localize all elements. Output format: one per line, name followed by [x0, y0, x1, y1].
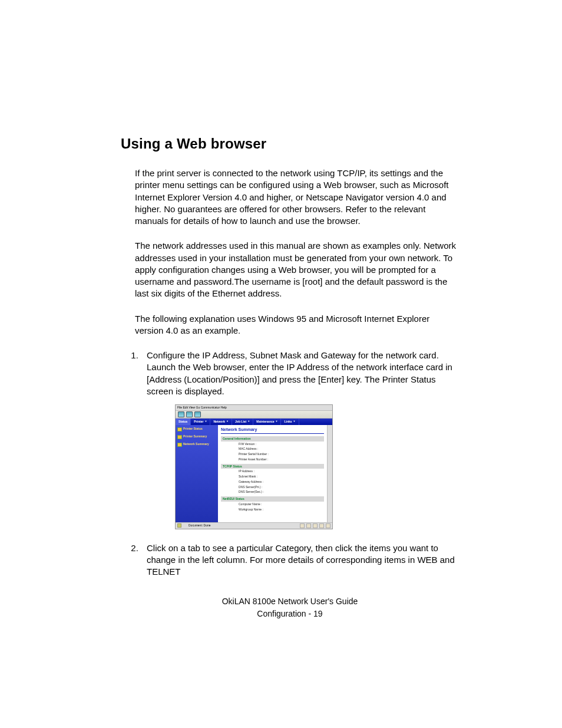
content-pane: Network Summary General Information F/W … — [218, 425, 327, 522]
step-text: Click on a tab to see a particular Categ… — [147, 543, 455, 577]
field-row: IP Address : — [221, 469, 324, 474]
step-text: Configure the IP Address, Subnet Mask an… — [147, 350, 452, 396]
footer-pageref: Configuration - 19 — [121, 608, 459, 620]
tab-maintenance[interactable]: Maintenance▼ — [253, 419, 281, 425]
field-row: Printer Serial Number : — [221, 452, 324, 457]
tab-printer[interactable]: Printer▼ — [191, 419, 210, 425]
section-header: General Information — [221, 436, 324, 442]
folder-icon — [177, 427, 182, 431]
field-row: F/W Version : — [221, 442, 324, 447]
browser-statusbar: Document: Done — [176, 522, 332, 529]
step-item: Click on a tab to see a particular Categ… — [141, 542, 459, 578]
browser-toolbar — [176, 411, 332, 419]
sidebar: Printer Status Printer Summary Network S… — [176, 425, 218, 522]
page-title: Using a Web browser — [121, 136, 459, 152]
embedded-screenshot: File Edit View Go Communicator Help Stat… — [175, 404, 333, 529]
body-paragraph: If the print server is connected to the … — [135, 167, 459, 227]
step-item: Configure the IP Address, Subnet Mask an… — [141, 350, 459, 529]
page-footer: OkiLAN 8100e Network User's Guide Config… — [121, 595, 459, 620]
field-row: Subnet Mask : — [221, 474, 324, 479]
browser-menubar: File Edit View Go Communicator Help — [176, 405, 332, 411]
sidebar-item-network-summary[interactable]: Network Summary — [177, 443, 216, 447]
status-text: Document: Done — [181, 523, 300, 528]
status-icon — [300, 523, 305, 528]
tab-joblist[interactable]: Job List▼ — [232, 419, 253, 425]
toolbar-icon — [194, 411, 201, 417]
field-row: Printer Asset Number : — [221, 457, 324, 462]
tab-status[interactable]: Status — [176, 419, 191, 425]
nav-tabs: Status Printer▼ Network▼ Job List▼ Maint… — [176, 419, 332, 425]
field-row: Gateway Address : — [221, 479, 324, 485]
footer-title: OkiLAN 8100e Network User's Guide — [121, 595, 459, 608]
folder-icon — [177, 435, 182, 439]
scrollbar[interactable] — [327, 425, 332, 522]
lock-icon — [177, 523, 181, 528]
body-paragraph: The network addresses used in this manua… — [135, 240, 459, 299]
status-icon — [313, 523, 318, 528]
tab-links[interactable]: Links▼ — [281, 419, 299, 425]
toolbar-icon — [186, 411, 193, 417]
section-header: TCP/IP Status — [221, 464, 324, 469]
folder-icon — [177, 443, 182, 447]
body-paragraph: The following explanation uses Windows 9… — [135, 313, 459, 337]
sidebar-item-printer-summary[interactable]: Printer Summary — [177, 435, 216, 439]
section-header: NetBEUI Status — [221, 496, 324, 502]
status-icon — [326, 523, 330, 528]
tab-network[interactable]: Network▼ — [210, 419, 232, 425]
sidebar-item-printer-status[interactable]: Printer Status — [177, 427, 216, 431]
field-row: MAC Address : — [221, 446, 324, 452]
field-row: Workgroup Name : — [221, 507, 324, 512]
field-row: DNS Server(Sec.) : — [221, 489, 324, 495]
field-row: Computer Name : — [221, 502, 324, 507]
field-row: DNS Server(Pri.) : — [221, 485, 324, 490]
status-icon — [319, 523, 324, 528]
content-heading: Network Summary — [221, 427, 324, 434]
status-icon — [306, 523, 311, 528]
toolbar-icon — [178, 411, 184, 417]
